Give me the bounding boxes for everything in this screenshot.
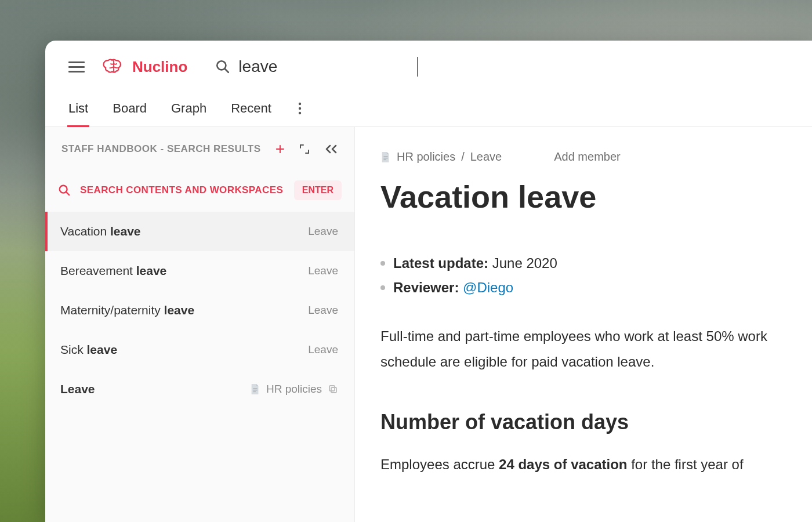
document-pane: HR policies / Leave Add member Vacation … (355, 127, 812, 522)
sidebar-title: STAFF HANDBOOK - SEARCH RESULTS (61, 143, 261, 155)
svg-line-1 (225, 69, 229, 72)
tab-list[interactable]: List (68, 101, 88, 126)
text-caret (417, 57, 418, 77)
tab-board[interactable]: Board (113, 101, 147, 126)
svg-point-3 (299, 107, 301, 109)
plus-icon[interactable]: + (276, 141, 285, 157)
search-icon (58, 184, 71, 197)
result-title: Vacation leave (60, 224, 141, 238)
section-paragraph: Employees accrue 24 days of vacation for… (380, 452, 812, 477)
tab-graph[interactable]: Graph (171, 101, 206, 126)
sidebar-actions: + (276, 141, 338, 157)
result-title: Maternity/paternity leave (60, 303, 194, 317)
search-result[interactable]: Vacation leaveLeave (45, 212, 354, 251)
copy-icon (328, 384, 338, 394)
document-icon (380, 151, 391, 163)
search-input[interactable] (238, 57, 412, 76)
more-icon[interactable] (298, 102, 302, 126)
svg-rect-13 (383, 157, 387, 158)
section-heading: Number of vacation days (380, 410, 812, 434)
svg-line-6 (66, 192, 69, 195)
body: STAFF HANDBOOK - SEARCH RESULTS + (45, 127, 812, 522)
results-list: Vacation leaveLeaveBereavement leaveLeav… (45, 212, 354, 409)
search-icon (215, 59, 230, 74)
svg-rect-14 (383, 159, 386, 160)
meta-list: Latest update: June 2020 Reviewer: @Dieg… (380, 255, 812, 296)
collapse-icon[interactable] (324, 143, 338, 155)
svg-point-4 (299, 111, 301, 114)
brand[interactable]: Nuclino (101, 57, 187, 77)
brand-name: Nuclino (132, 58, 187, 76)
view-tabs: List Board Graph Recent (45, 87, 812, 127)
search-result[interactable]: Sick leaveLeave (45, 330, 354, 369)
document-icon (250, 383, 260, 395)
tab-recent[interactable]: Recent (231, 101, 271, 126)
result-crumb: Leave (308, 264, 338, 277)
result-title: Sick leave (60, 343, 117, 357)
svg-rect-9 (253, 392, 256, 392)
brain-icon (101, 57, 126, 77)
mention-link[interactable]: @Diego (463, 280, 513, 295)
breadcrumb-1: Leave (470, 150, 502, 164)
add-member-button[interactable]: Add member (554, 150, 621, 164)
meta-value: June 2020 (492, 255, 557, 271)
meta-label: Reviewer: (393, 280, 459, 295)
search-result[interactable]: LeaveHR policies (45, 369, 354, 409)
svg-rect-7 (253, 388, 257, 389)
menu-icon[interactable] (68, 61, 85, 72)
result-crumb: Leave (308, 343, 338, 356)
app-window: Nuclino List Board Graph Recent STAFF HA… (45, 41, 812, 522)
result-title: Leave (60, 382, 95, 396)
search-result[interactable]: Maternity/paternity leaveLeave (45, 291, 354, 330)
search-all-label: SEARCH CONTENTS AND WORKSPACES (80, 184, 283, 196)
sidebar: STAFF HANDBOOK - SEARCH RESULTS + (45, 127, 355, 522)
search-all-row[interactable]: SEARCH CONTENTS AND WORKSPACES ENTER (45, 169, 354, 212)
breadcrumb[interactable]: HR policies / Leave (380, 150, 502, 164)
breadcrumb-0: HR policies (397, 150, 455, 164)
result-title: Bereavement leave (60, 264, 166, 278)
intro-paragraph: Full-time and part-time employees who wo… (380, 324, 810, 375)
result-crumb: Leave (308, 225, 338, 238)
result-crumb: HR policies (250, 383, 338, 396)
bullet-icon (380, 285, 385, 290)
svg-rect-12 (383, 156, 387, 157)
page-title: Vacation leave (380, 179, 812, 215)
svg-rect-11 (331, 387, 336, 393)
svg-rect-8 (253, 390, 257, 390)
enter-badge: ENTER (294, 180, 342, 200)
result-crumb: Leave (308, 304, 338, 317)
meta-label: Latest update: (393, 255, 488, 271)
svg-point-2 (299, 102, 301, 104)
svg-rect-10 (329, 386, 335, 391)
bullet-icon (380, 261, 385, 266)
search-field[interactable] (215, 57, 418, 77)
search-result[interactable]: Bereavement leaveLeave (45, 251, 354, 291)
sidebar-header: STAFF HANDBOOK - SEARCH RESULTS + (45, 127, 354, 166)
meta-item: Reviewer: @Diego (380, 280, 812, 296)
expand-icon[interactable] (299, 143, 310, 155)
topbar: Nuclino (45, 41, 812, 87)
meta-item: Latest update: June 2020 (380, 255, 812, 271)
